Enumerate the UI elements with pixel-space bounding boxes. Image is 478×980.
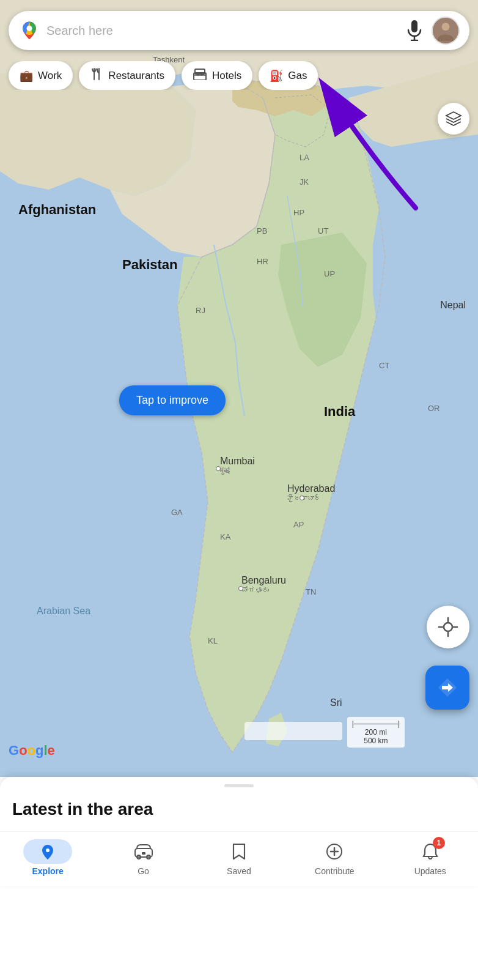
- contribute-icon: [326, 843, 343, 860]
- tap-improve-button[interactable]: Tap to improve: [119, 385, 226, 415]
- user-avatar[interactable]: [432, 17, 460, 45]
- saved-icon: [232, 843, 246, 860]
- chip-hotels[interactable]: Hotels: [182, 61, 252, 90]
- bottom-nav: Explore Go Saved: [0, 831, 478, 886]
- chip-restaurants[interactable]: Restaurants: [79, 61, 175, 90]
- bengaluru-dot: [238, 586, 243, 591]
- layers-button[interactable]: [438, 103, 469, 135]
- restaurants-icon: [90, 67, 103, 84]
- nav-go[interactable]: Go: [119, 839, 168, 876]
- gas-icon: ⛽: [270, 69, 283, 83]
- chip-work-label: Work: [38, 70, 62, 82]
- nav-contribute[interactable]: Contribute: [310, 839, 359, 876]
- chip-work[interactable]: 💼 Work: [9, 61, 73, 90]
- mic-button[interactable]: [403, 20, 425, 42]
- svg-point-7: [442, 23, 450, 31]
- search-bar[interactable]: Search here: [9, 11, 469, 50]
- nav-updates[interactable]: 1 Updates: [406, 839, 455, 876]
- updates-label: Updates: [414, 866, 446, 876]
- explore-icon-wrap: [23, 839, 72, 864]
- location-button[interactable]: [427, 606, 469, 648]
- map-container[interactable]: Afghanistan Pakistan India Nepal LA JK H…: [0, 0, 478, 777]
- svg-point-14: [197, 73, 199, 76]
- category-chips: 💼 Work Restaurants: [0, 61, 478, 90]
- nav-saved[interactable]: Saved: [215, 839, 263, 876]
- scale-bar: |——————| 200 mi 500 km: [347, 717, 405, 748]
- bottom-sheet: Latest in the area Explore: [0, 777, 478, 886]
- saved-label: Saved: [227, 866, 251, 876]
- go-label: Go: [138, 866, 149, 876]
- google-maps-logo: [18, 20, 40, 42]
- svg-point-15: [200, 73, 203, 76]
- latest-title: Latest in the area: [0, 800, 478, 831]
- google-logo: Google: [9, 743, 55, 759]
- svg-rect-25: [142, 852, 145, 855]
- explore-label: Explore: [32, 866, 64, 876]
- contribute-icon-wrap: [322, 839, 347, 864]
- chip-gas[interactable]: ⛽ Gas: [259, 61, 318, 90]
- svg-point-21: [46, 848, 50, 852]
- saved-icon-wrap: [227, 839, 251, 864]
- hotels-icon: [193, 68, 207, 83]
- chip-gas-label: Gas: [288, 70, 307, 82]
- directions-fab[interactable]: [425, 666, 469, 710]
- go-icon: [134, 844, 153, 859]
- mumbai-dot: [216, 466, 221, 471]
- svg-rect-3: [411, 20, 417, 32]
- nav-explore[interactable]: Explore: [23, 839, 72, 876]
- chip-hotels-label: Hotels: [212, 70, 241, 82]
- go-icon-wrap: [131, 839, 156, 864]
- svg-point-16: [444, 623, 452, 631]
- search-input[interactable]: Search here: [46, 24, 403, 38]
- hyderabad-dot: [300, 496, 304, 500]
- svg-rect-1: [245, 722, 342, 740]
- updates-badge: 1: [433, 837, 445, 849]
- sheet-handle: [224, 784, 254, 787]
- work-icon: 💼: [20, 69, 33, 83]
- explore-icon: [40, 844, 56, 859]
- updates-icon-wrap: 1: [418, 839, 443, 864]
- contribute-label: Contribute: [315, 866, 355, 876]
- svg-point-2: [27, 26, 32, 31]
- chip-restaurants-label: Restaurants: [108, 70, 164, 82]
